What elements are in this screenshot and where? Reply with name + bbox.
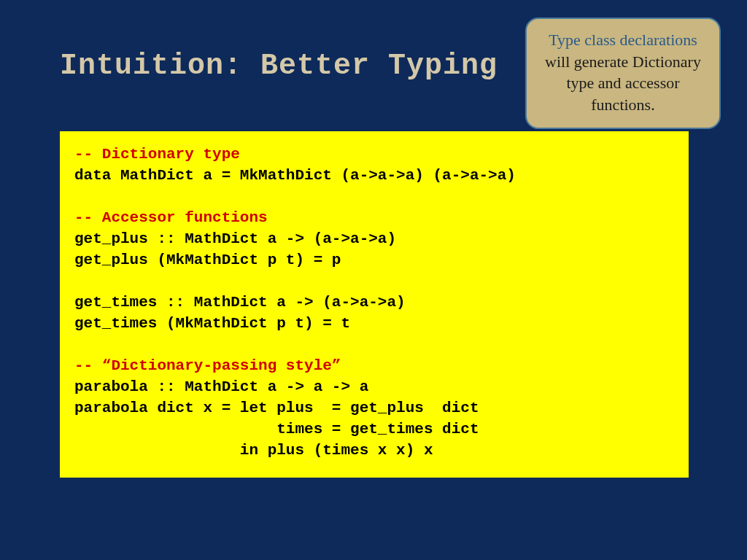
code-line-7: parabola dict x = let plus = get_plus di… [74,400,479,416]
code-line-8: times = get_times dict [74,421,479,438]
code-comment-2: -- Accessor functions [74,209,268,226]
callout-rest: will generate Dictionary type and access… [545,52,701,114]
code-line-4: get_times :: MathDict a -> (a->a->a) [74,294,406,311]
code-comment-1: -- Dictionary type [74,146,240,163]
code-line-9: in plus (times x x) x [74,442,433,459]
callout-emphasis-1: Type class [549,31,616,49]
slide-title: Intuition: Better Typing [60,50,498,82]
code-line-3: get_plus (MkMathDict p t) = p [74,252,341,268]
callout-emphasis-2: declarations [620,31,697,49]
code-line-6: parabola :: MathDict a -> a -> a [74,378,368,395]
code-line-2: get_plus :: MathDict a -> (a->a->a) [74,230,396,247]
code-block: -- Dictionary type data MathDict a = MkM… [60,131,689,478]
callout-box: Type class declarations will generate Di… [525,18,721,129]
code-line-1: data MathDict a = MkMathDict (a->a->a) (… [74,167,516,184]
code-line-5: get_times (MkMathDict p t) = t [74,315,350,332]
code-comment-3: -- “Dictionary-passing style” [74,357,341,374]
